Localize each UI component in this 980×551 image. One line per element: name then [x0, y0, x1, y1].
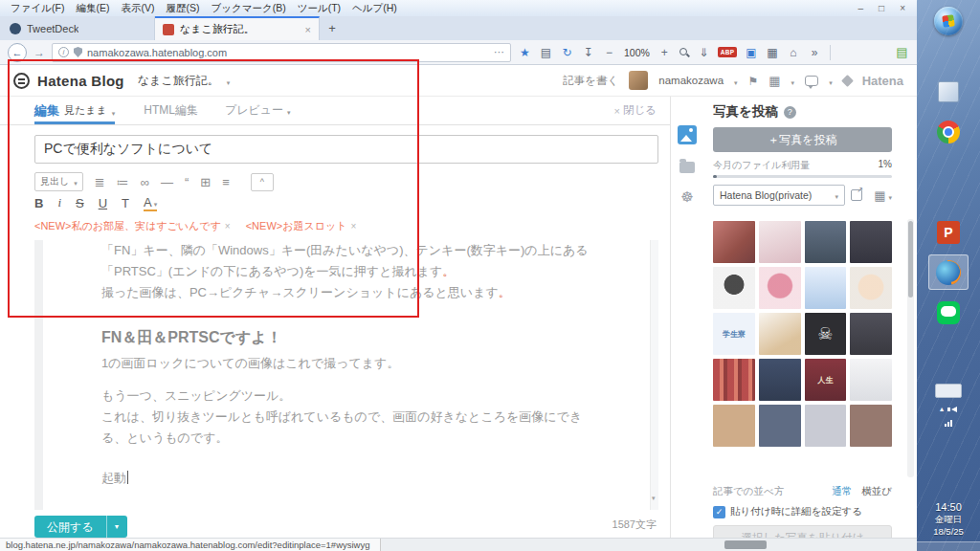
photo-thumbnail[interactable]: ☠ — [805, 313, 847, 355]
maximize-button[interactable]: □ — [879, 3, 884, 13]
search-icon[interactable] — [679, 47, 690, 58]
detail-checkbox[interactable] — [713, 506, 725, 518]
photo-grid-scrollbar[interactable] — [907, 219, 914, 477]
pages-icon[interactable]: ▦ — [765, 46, 779, 59]
message-icon[interactable] — [805, 76, 818, 86]
text-color-icon[interactable]: A — [144, 195, 157, 211]
menu-file[interactable]: ファイル(F) — [6, 2, 69, 15]
scrollbar-thumb[interactable] — [908, 221, 913, 298]
category-tag[interactable]: <NEW>お題スロット × — [246, 219, 357, 233]
save-page-icon[interactable]: ↧ — [581, 46, 595, 59]
tab-edit-wysiwyg[interactable]: 編集 見たまま — [34, 97, 115, 124]
photo-thumbnail[interactable] — [759, 313, 801, 355]
publish-options-caret[interactable] — [106, 516, 127, 538]
sidebar-tab-settings[interactable] — [680, 188, 693, 206]
link-icon[interactable]: ∞ — [141, 175, 149, 189]
network-icon[interactable] — [945, 420, 952, 427]
forward-button[interactable]: → — [33, 46, 45, 59]
downloads-icon[interactable]: ⇓ — [697, 46, 711, 59]
blog-name[interactable]: なまこ旅行記。 — [138, 73, 219, 89]
flag-icon[interactable] — [748, 72, 759, 89]
adblock-icon[interactable]: ABP — [718, 47, 738, 57]
overflow-menu-icon[interactable]: » — [807, 46, 821, 59]
tab-tweetdeck[interactable]: TweetDeck — [2, 16, 155, 40]
scrollbar-thumb[interactable] — [724, 540, 767, 549]
photo-thumbnail[interactable] — [713, 267, 755, 309]
touch-keyboard-icon[interactable] — [935, 384, 962, 398]
back-button[interactable]: ← — [8, 43, 27, 62]
username[interactable]: namakozawa — [658, 75, 724, 86]
sort-option-normal[interactable]: 通常 — [832, 485, 852, 498]
hatena-blog-logo[interactable]: Hatena Blog — [37, 73, 124, 89]
powerpoint-button[interactable] — [928, 214, 969, 250]
photo-thumbnail[interactable] — [759, 405, 801, 447]
publish-button[interactable]: 公開する — [34, 516, 127, 538]
underline-icon[interactable]: U — [99, 196, 107, 210]
url-bar[interactable]: i namakozawa.hatenablog.com ⋯ — [52, 43, 511, 62]
account-select[interactable]: Hatena Blog(private) — [713, 185, 845, 206]
strikethrough-icon[interactable]: S — [76, 196, 84, 210]
menu-history[interactable]: 履歴(S) — [161, 2, 204, 15]
site-info-icon[interactable]: i — [58, 47, 69, 57]
category-tag[interactable]: <NEW>私のお部屋、実はすごいんです × — [34, 219, 231, 233]
tab-close-icon[interactable]: × — [305, 24, 311, 35]
hatena-blog-logo-icon[interactable] — [13, 73, 30, 89]
external-link-icon[interactable] — [851, 189, 862, 201]
photo-thumbnail[interactable] — [850, 221, 892, 263]
photo-thumbnail[interactable]: 人生 — [805, 359, 847, 401]
help-icon[interactable]: ? — [784, 106, 796, 119]
heading-style-select[interactable]: 見出し — [34, 172, 83, 191]
photo-thumbnail[interactable] — [850, 313, 892, 355]
sidebar-tab-photos[interactable] — [678, 125, 697, 144]
horizontal-rule-icon[interactable]: — — [161, 175, 173, 189]
pinned-app-button[interactable] — [928, 74, 969, 109]
minimize-button[interactable]: – — [858, 3, 864, 13]
editor-scrollbar[interactable] — [650, 240, 658, 510]
photo-thumbnail[interactable] — [759, 267, 801, 309]
photo-thumbnail[interactable] — [713, 221, 755, 263]
remove-tag-icon[interactable]: × — [351, 221, 357, 231]
blockquote-icon[interactable]: “ — [185, 175, 189, 189]
firefox-button[interactable] — [928, 254, 969, 290]
close-editor-panel[interactable]: × 閉じる — [614, 103, 657, 118]
photo-thumbnail[interactable] — [759, 359, 801, 401]
italic-icon[interactable]: i — [57, 195, 61, 210]
bullet-list-icon[interactable]: ≣ — [95, 175, 105, 189]
view-toggle[interactable] — [874, 187, 892, 204]
library-icon[interactable]: ▤ — [539, 46, 553, 59]
chrome-button[interactable] — [928, 114, 969, 149]
photo-thumbnail[interactable] — [850, 267, 892, 309]
photo-thumbnail[interactable] — [805, 267, 847, 309]
avatar[interactable] — [629, 71, 648, 90]
photo-thumbnail[interactable] — [759, 221, 801, 263]
apps-grid-icon[interactable] — [768, 72, 780, 89]
reload-icon[interactable]: ↻ — [560, 46, 574, 59]
volume-icon[interactable] — [951, 407, 957, 412]
tab-preview[interactable]: プレビュー — [225, 102, 291, 119]
page-actions-icon[interactable]: ⋯ — [494, 46, 504, 58]
align-icon[interactable]: ≡ — [222, 175, 230, 189]
table-icon[interactable]: ⊞ — [200, 175, 211, 189]
menu-edit[interactable]: 編集(E) — [71, 2, 114, 15]
home-button[interactable]: ⌂ — [786, 46, 800, 59]
zoom-out-button[interactable]: − — [602, 46, 616, 59]
photo-thumbnail[interactable] — [713, 359, 755, 401]
bold-icon[interactable]: B — [34, 196, 43, 210]
tab-html-edit[interactable]: HTML編集 — [144, 102, 198, 119]
bookmark-icon[interactable]: ★ — [518, 46, 532, 59]
sort-option-horizontal[interactable]: 横並び — [861, 485, 892, 498]
windows-start-button[interactable] — [934, 7, 963, 35]
zoom-in-button[interactable]: + — [657, 46, 672, 59]
photo-thumbnail[interactable] — [850, 359, 892, 401]
zoom-level[interactable]: 100% — [623, 47, 651, 58]
toolbar-collapse-button[interactable]: ^ — [251, 173, 274, 191]
photo-thumbnail[interactable] — [805, 405, 847, 447]
sidebar-tab-files[interactable] — [679, 162, 695, 173]
screenshot-icon[interactable]: ▣ — [744, 46, 758, 59]
horizontal-scrollbar[interactable]: blog.hatena.ne.jp/namakozawa/namakozawa.… — [0, 538, 917, 551]
photo-thumbnail[interactable] — [713, 405, 755, 447]
tracking-protection-icon[interactable] — [74, 47, 82, 57]
menu-tools[interactable]: ツール(T) — [293, 2, 345, 15]
show-desktop-button[interactable] — [917, 541, 980, 551]
entry-title-input[interactable] — [34, 135, 658, 164]
